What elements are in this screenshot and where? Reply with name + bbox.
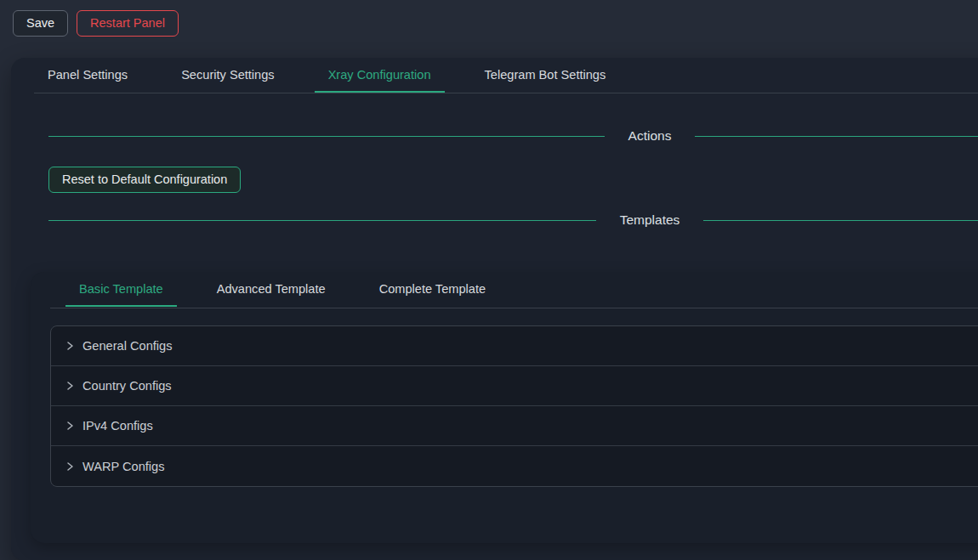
template-tabs: Basic Template Advanced Template Complet… xyxy=(50,272,978,308)
config-accordion: General Configs Country Configs IPv4 Con… xyxy=(50,325,978,487)
divider-line xyxy=(48,220,596,221)
actions-section-divider: Actions xyxy=(48,127,978,145)
chevron-right-icon xyxy=(65,341,75,351)
tab-basic-template[interactable]: Basic Template xyxy=(65,272,177,307)
restart-panel-button[interactable]: Restart Panel xyxy=(77,10,179,37)
topbar: Save Restart Panel xyxy=(0,0,978,36)
chevron-right-icon xyxy=(65,421,75,431)
settings-tabs: Panel Settings Security Settings Xray Co… xyxy=(34,58,978,93)
divider-line xyxy=(48,136,605,137)
chevron-right-icon xyxy=(65,461,75,472)
save-button[interactable]: Save xyxy=(13,10,68,37)
templates-section-divider: Templates xyxy=(48,211,978,229)
actions-section-title: Actions xyxy=(628,128,672,144)
accordion-item-label: IPv4 Configs xyxy=(82,419,153,433)
tab-telegram-bot-settings[interactable]: Telegram Bot Settings xyxy=(471,58,620,93)
accordion-item-warp-configs[interactable]: WARP Configs xyxy=(51,446,978,486)
templates-section-title: Templates xyxy=(620,212,680,228)
accordion-item-label: Country Configs xyxy=(82,379,172,393)
accordion-item-country-configs[interactable]: Country Configs xyxy=(51,366,978,406)
accordion-item-ipv4-configs[interactable]: IPv4 Configs xyxy=(51,406,978,446)
reset-default-configuration-button[interactable]: Reset to Default Configuration xyxy=(48,167,241,193)
tab-complete-template[interactable]: Complete Template xyxy=(366,272,499,307)
templates-card: Basic Template Advanced Template Complet… xyxy=(31,272,978,543)
tab-panel-settings[interactable]: Panel Settings xyxy=(34,58,141,93)
tab-advanced-template[interactable]: Advanced Template xyxy=(203,272,339,307)
settings-card: Panel Settings Security Settings Xray Co… xyxy=(11,58,978,560)
accordion-item-label: General Configs xyxy=(82,339,172,353)
chevron-right-icon xyxy=(65,381,75,391)
tab-security-settings[interactable]: Security Settings xyxy=(168,58,288,93)
accordion-item-general-configs[interactable]: General Configs xyxy=(51,326,978,366)
divider-line xyxy=(703,220,978,221)
divider-line xyxy=(695,136,978,137)
tab-xray-configuration[interactable]: Xray Configuration xyxy=(315,58,445,93)
accordion-item-label: WARP Configs xyxy=(82,460,165,473)
